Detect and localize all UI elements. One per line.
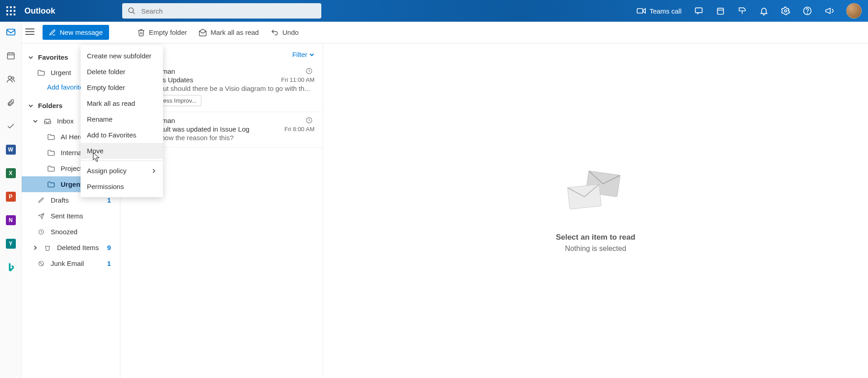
reading-pane-subtitle: Nothing is selected (565, 245, 626, 253)
attach-icon[interactable] (6, 98, 16, 108)
svg-line-22 (39, 261, 43, 265)
svg-line-1 (133, 12, 135, 14)
chevron-down-icon (33, 118, 38, 124)
svg-point-7 (785, 10, 787, 12)
command-bar: New message Empty folder Mark all as rea… (0, 22, 868, 43)
ctx-create-subfolder[interactable]: Create new subfolder (81, 48, 163, 64)
clock-icon (37, 229, 45, 235)
excel-tile[interactable]: X (6, 168, 16, 178)
folder-icon (47, 150, 55, 156)
todo-icon[interactable] (6, 121, 16, 131)
empty-folder-button[interactable]: Empty folder (135, 26, 189, 39)
chat-icon[interactable] (694, 6, 703, 15)
mail-open-icon (199, 28, 207, 37)
undo-icon (271, 28, 279, 37)
message-time: Fri 8:00 AM (285, 126, 315, 132)
day-icon[interactable] (716, 6, 725, 15)
svg-rect-13 (7, 29, 15, 35)
megaphone-icon[interactable] (825, 6, 834, 15)
chevron-down-icon (28, 55, 33, 60)
bell-icon[interactable] (759, 6, 768, 15)
snooze-clock-icon (305, 67, 313, 76)
message-sender: herman (152, 117, 315, 124)
svg-rect-2 (637, 9, 643, 13)
message-time: Fri 11:00 AM (281, 76, 315, 83)
reading-pane-title: Select an item to read (556, 233, 635, 242)
top-header: Outlook Teams call (0, 0, 868, 22)
snooze-clock-icon (305, 117, 313, 126)
calendar-icon[interactable] (6, 51, 16, 61)
chevron-right-icon (151, 168, 157, 174)
hamburger-icon[interactable] (25, 28, 34, 37)
powerpoint-tile[interactable]: P (6, 192, 16, 202)
new-message-button[interactable]: New message (43, 25, 109, 40)
undo-button[interactable]: Undo (269, 26, 300, 39)
svg-marker-3 (643, 9, 645, 13)
teams-call-button[interactable]: Teams call (637, 7, 682, 15)
ctx-permissions[interactable]: Permissions (81, 179, 163, 194)
chevron-right-icon (33, 245, 38, 250)
empty-illustration (564, 169, 627, 220)
brand-title: Outlook (24, 6, 55, 16)
video-icon (637, 7, 646, 14)
svg-point-18 (8, 76, 11, 79)
inbox-icon (43, 118, 52, 124)
app-launcher-icon[interactable] (6, 6, 15, 15)
message-preview: u know the reason for this? (152, 134, 315, 142)
junk-folder[interactable]: Junk Email 1 (22, 255, 120, 271)
chevron-down-icon (309, 52, 315, 57)
trash-icon (43, 245, 52, 251)
folder-icon (47, 165, 55, 172)
svg-rect-4 (696, 8, 702, 13)
compose-icon (49, 29, 56, 36)
onenote-tile[interactable]: N (6, 215, 16, 225)
message-sender: herman (152, 67, 315, 75)
search-box[interactable] (122, 3, 321, 19)
ctx-mark-all-read[interactable]: Mark all as read (81, 95, 163, 111)
app-rail: W X P N Y (0, 22, 22, 378)
deleted-folder[interactable]: Deleted Items 9 (22, 240, 120, 255)
mark-all-read-button[interactable]: Mark all as read (197, 26, 261, 39)
avatar[interactable] (846, 3, 862, 19)
ctx-add-favorites[interactable]: Add to Favorites (81, 127, 163, 143)
help-icon[interactable] (803, 6, 812, 15)
block-icon (37, 260, 45, 267)
search-icon (128, 7, 136, 15)
people-icon[interactable] (6, 74, 16, 84)
word-tile[interactable]: W (6, 145, 16, 155)
menu-separator (81, 161, 163, 161)
folder-icon (47, 181, 55, 188)
svg-point-9 (807, 13, 808, 14)
gear-icon[interactable] (781, 6, 790, 15)
folder-icon (47, 134, 55, 140)
mail-icon[interactable] (6, 27, 16, 37)
yammer-tile[interactable]: Y (6, 239, 16, 249)
reading-pane: Select an item to read Nothing is select… (323, 43, 868, 378)
sent-folder[interactable]: Sent Items (22, 208, 120, 224)
filter-button[interactable]: Filter (292, 51, 315, 58)
pencil-icon (37, 197, 45, 203)
folder-context-menu: Create new subfolder Delete folder Empty… (81, 45, 163, 197)
ctx-rename[interactable]: Rename (81, 111, 163, 127)
svg-rect-14 (7, 53, 14, 59)
message-preview: s, but should there be a Visio diagram t… (152, 85, 315, 92)
trash-icon (137, 28, 145, 37)
ctx-move[interactable]: Move (81, 143, 163, 159)
ctx-assign-policy[interactable]: Assign policy (81, 163, 163, 179)
snoozed-folder[interactable]: Snoozed (22, 224, 120, 240)
svg-rect-5 (717, 8, 723, 14)
chevron-down-icon (28, 103, 33, 109)
send-icon (37, 213, 45, 219)
ctx-delete-folder[interactable]: Delete folder (81, 64, 163, 80)
svg-point-0 (129, 8, 134, 13)
ribbon-icon[interactable] (738, 6, 747, 15)
bing-tile[interactable] (6, 262, 16, 272)
ctx-empty-folder[interactable]: Empty folder (81, 80, 163, 95)
svg-point-19 (11, 77, 14, 79)
folder-icon (37, 70, 45, 76)
search-input[interactable] (141, 7, 316, 15)
